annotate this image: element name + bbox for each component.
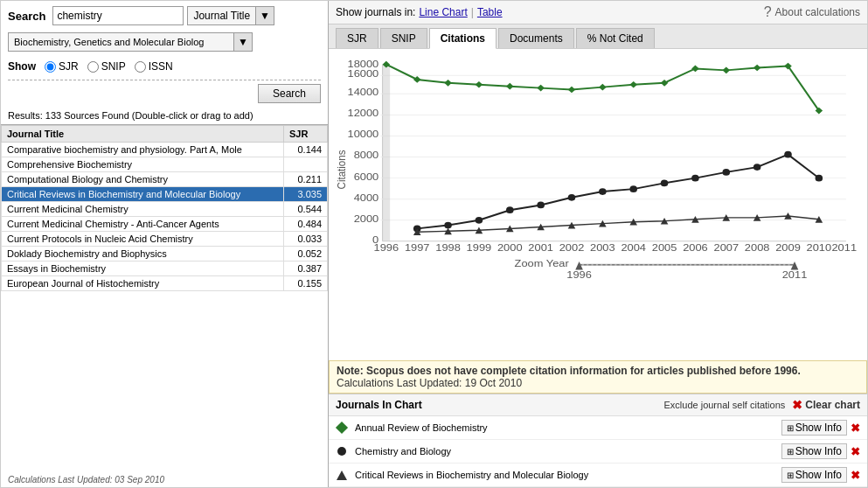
table-row[interactable]: Computational Biology and Chemistry0.211 (2, 172, 328, 187)
svg-point-70 (723, 169, 731, 176)
main-container: Search Journal Title ▼ Biochemistry, Gen… (0, 0, 868, 488)
show-info-button[interactable]: ⊞ Show Info (781, 467, 847, 483)
journal-icon (336, 422, 348, 434)
svg-text:2007: 2007 (713, 242, 739, 254)
journal-icon (336, 445, 348, 457)
results-table-container: Journal Title SJR Comparative biochemist… (1, 124, 328, 472)
table-row[interactable]: Current Protocols in Nucleic Acid Chemis… (2, 232, 328, 247)
table-row[interactable]: Comprehensive Biochemistry (2, 157, 328, 172)
table-row[interactable]: European Journal of Histochemistry0.155 (2, 276, 328, 291)
col-sjr[interactable]: SJR (284, 126, 328, 143)
remove-journal-button[interactable]: ✖ (851, 422, 860, 435)
svg-marker-51 (568, 87, 576, 94)
view-links: Show journals in: Line Chart | Table (336, 6, 503, 18)
calc-note: Calculations Last Updated: 03 Sep 2010 (1, 472, 328, 487)
svg-text:2000: 2000 (354, 213, 379, 224)
svg-text:6000: 6000 (354, 171, 379, 182)
svg-point-69 (691, 175, 699, 182)
svg-point-71 (753, 164, 761, 171)
journal-name: Annual Review of Biochemistry (355, 422, 774, 433)
svg-point-61 (444, 222, 452, 229)
tabs-row: SJR SNIP Citations Documents % Not Cited (329, 24, 867, 49)
table-wrapper[interactable]: Journal Title SJR Comparative biochemist… (1, 125, 328, 326)
svg-text:2006: 2006 (683, 242, 708, 254)
journal-actions: ⊞ Show Info ✖ (781, 443, 860, 459)
svg-text:18000: 18000 (348, 58, 379, 69)
sjr-cell: 0.484 (284, 217, 328, 232)
svg-point-63 (506, 206, 514, 213)
subject-dropdown[interactable]: Biochemistry, Genetics and Molecular Bio… (8, 32, 253, 52)
chart-note-text: Calculations Last Updated: 19 Oct 2010 (337, 377, 522, 389)
top-bar: Show journals in: Line Chart | Table ? A… (329, 1, 867, 24)
table-row[interactable]: Critical Reviews in Biochemistry and Mol… (2, 187, 328, 202)
journal-title-cell: Critical Reviews in Biochemistry and Mol… (2, 187, 284, 202)
col-journal-title[interactable]: Journal Title (2, 126, 284, 143)
journal-title-cell: Comprehensive Biochemistry (2, 157, 284, 172)
line-chart-link[interactable]: Line Chart (419, 6, 467, 18)
plus-icon: ⊞ (787, 423, 794, 433)
svg-text:8000: 8000 (354, 150, 379, 161)
svg-rect-21 (383, 65, 391, 241)
svg-text:Citations: Citations (336, 150, 348, 190)
show-info-button[interactable]: ⊞ Show Info (781, 443, 847, 459)
svg-marker-52 (599, 84, 607, 91)
clear-chart-x-icon: ✖ (792, 398, 802, 412)
table-row[interactable]: Current Medicinal Chemistry - Anti-Cance… (2, 217, 328, 232)
search-btn-row: Search (1, 82, 328, 107)
tab-sjr[interactable]: SJR (336, 28, 378, 48)
table-link[interactable]: Table (477, 6, 503, 18)
svg-marker-49 (506, 83, 514, 90)
svg-marker-53 (629, 81, 637, 88)
svg-point-68 (661, 180, 669, 187)
radio-snip[interactable]: SNIP (87, 60, 126, 73)
sjr-cell: 0.144 (284, 143, 328, 157)
radio-issn[interactable]: ISSN (135, 60, 173, 73)
svg-point-67 (629, 185, 637, 192)
svg-text:2011: 2011 (782, 269, 808, 281)
radio-sjr[interactable]: SJR (45, 60, 79, 73)
svg-marker-48 (476, 81, 483, 88)
tab-snip[interactable]: SNIP (380, 28, 427, 48)
svg-text:2005: 2005 (652, 242, 677, 254)
journal-title-cell: Current Medicinal Chemistry (2, 202, 284, 217)
journal-title-dropdown[interactable]: Journal Title ▼ (187, 6, 274, 25)
search-button[interactable]: Search (258, 84, 321, 103)
journal-name: Chemistry and Biology (355, 446, 774, 457)
search-input[interactable] (52, 6, 184, 25)
sjr-cell (284, 157, 328, 172)
svg-point-62 (476, 217, 483, 224)
citations-chart: Citations 0 2000 4000 6000 8000 10000 (336, 56, 860, 283)
right-panel: Show journals in: Line Chart | Table ? A… (329, 1, 867, 487)
clear-chart-button[interactable]: ✖ Clear chart (792, 398, 860, 412)
remove-journal-button[interactable]: ✖ (851, 445, 860, 458)
journals-actions: Exclude journal self citations ✖ Clear c… (664, 398, 861, 412)
svg-marker-50 (537, 85, 545, 92)
tab-documents[interactable]: Documents (498, 28, 574, 48)
svg-text:4000: 4000 (354, 192, 379, 203)
sjr-cell: 0.544 (284, 202, 328, 217)
svg-point-65 (568, 194, 576, 201)
subject-area-label: Biochemistry, Genetics and Molecular Bio… (9, 37, 233, 47)
table-row[interactable]: Doklady Biochemistry and Biophysics0.052 (2, 247, 328, 261)
svg-text:1997: 1997 (405, 242, 430, 254)
remove-journal-button[interactable]: ✖ (851, 469, 860, 482)
journal-title-cell: Current Medicinal Chemistry - Anti-Cance… (2, 217, 284, 232)
about-calculations[interactable]: ? About calculations (764, 4, 860, 20)
tab-not-cited[interactable]: % Not Cited (576, 28, 655, 48)
view-separator: | (471, 6, 474, 18)
svg-point-64 (537, 202, 545, 209)
journal-name: Critical Reviews in Biochemistry and Mol… (355, 470, 774, 480)
svg-text:1999: 1999 (467, 242, 492, 254)
table-row[interactable]: Current Medicinal Chemistry0.544 (2, 202, 328, 217)
subject-dropdown-arrow-icon: ▼ (233, 33, 252, 51)
journal-title-label: Journal Title (188, 10, 255, 22)
show-journals-label: Show journals in: (336, 6, 415, 18)
journal-title-cell: Doklady Biochemistry and Biophysics (2, 247, 284, 261)
tab-citations[interactable]: Citations (429, 28, 496, 49)
show-info-label: Show Info (795, 422, 842, 434)
show-info-button[interactable]: ⊞ Show Info (781, 420, 847, 436)
svg-marker-54 (661, 80, 669, 87)
table-row[interactable]: Essays in Biochemistry0.387 (2, 261, 328, 276)
sjr-cell: 0.155 (284, 276, 328, 291)
table-row[interactable]: Comparative biochemistry and physiology.… (2, 143, 328, 157)
